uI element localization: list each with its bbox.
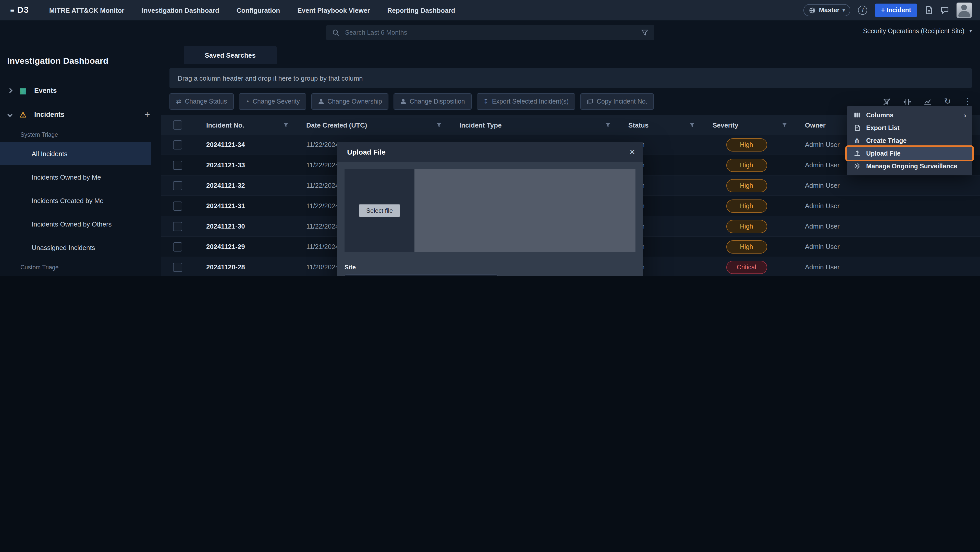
column-header-date-created-utc[interactable]: Date Created (UTC) — [294, 115, 447, 135]
modal-body: Select file Site Security Operations ▾ A… — [337, 162, 643, 276]
topnav-item-reporting-dashboard[interactable]: Reporting Dashboard — [387, 6, 455, 14]
column-header-incident-type[interactable]: Incident Type — [447, 115, 616, 135]
filter-icon[interactable] — [283, 122, 289, 128]
groupby-bar[interactable]: Drag a column header and drop it here to… — [169, 68, 972, 88]
new-incident-button[interactable]: + Incident — [875, 3, 917, 17]
columns-icon — [853, 112, 861, 118]
change-disposition-icon — [401, 99, 406, 104]
row-checkbox[interactable] — [173, 160, 182, 170]
row-checkbox[interactable] — [173, 140, 182, 149]
filter-icon[interactable] — [781, 122, 788, 128]
severity-badge: High — [726, 138, 767, 151]
severity-badge: High — [726, 199, 767, 213]
select-all-checkbox[interactable] — [173, 121, 182, 130]
sidebar-item-custom-triage-john[interactable]: custom_triage_john ⋯ — [0, 274, 161, 276]
sidebar-item-incidents[interactable]: ⚠ Incidents + — [0, 103, 161, 127]
column-header-severity[interactable]: Severity — [700, 115, 793, 135]
copy-icon — [587, 98, 593, 105]
cell-incident-no: 20241121-29 — [194, 243, 294, 251]
chevron-down-icon: ▾ — [843, 8, 845, 13]
top-navigation: ≡D3 MITRE ATT&CK MonitorInvestigation Da… — [0, 0, 980, 21]
topnav-item-configuration[interactable]: Configuration — [237, 6, 280, 14]
cell-owner: Admin User — [793, 202, 980, 210]
clear-filter-icon[interactable] — [883, 98, 891, 105]
column-header-status[interactable]: Status — [616, 115, 700, 135]
filter-icon[interactable] — [436, 122, 442, 128]
row-checkbox[interactable] — [173, 222, 182, 231]
d3-logo[interactable]: ≡D3 — [10, 5, 29, 15]
sidebar-item-unassigned-incidents[interactable]: Unassigned Incidents — [0, 236, 161, 259]
more-options-icon[interactable]: ⋮ — [964, 97, 972, 106]
app-root: ≡D3 MITRE ATT&CK MonitorInvestigation Da… — [0, 0, 980, 276]
refresh-icon[interactable]: ↻ — [944, 97, 951, 106]
change-disposition-button[interactable]: Change Disposition — [394, 94, 472, 110]
topnav-item-mitre-att-ck-monitor[interactable]: MITRE ATT&CK Monitor — [49, 6, 124, 14]
filter-icon[interactable] — [689, 122, 695, 128]
person-icon — [958, 4, 971, 17]
column-header-incident-no[interactable]: Incident No. — [194, 115, 294, 135]
cell-incident-no: 20241121-31 — [194, 202, 294, 210]
topnav-item-event-playbook-viewer[interactable]: Event Playbook Viewer — [298, 6, 370, 14]
menu-item-manage-ongoing-surveillance[interactable]: Manage Ongoing Surveillance — [847, 160, 972, 173]
row-checkbox[interactable] — [173, 242, 182, 251]
cell-owner: Admin User — [793, 263, 980, 271]
avatar[interactable] — [956, 3, 972, 18]
file-drop-zone[interactable] — [414, 170, 635, 252]
change-ownership-button[interactable]: Change Ownership — [312, 94, 389, 110]
sidebar-item-incidents-owned-by-me[interactable]: Incidents Owned by Me — [0, 165, 161, 189]
sidebar: Investigation Dashboard ▦ Events ⚠ Incid… — [0, 45, 161, 276]
site-select[interactable]: Security Operations ▾ — [345, 274, 498, 276]
fit-columns-icon[interactable] — [903, 98, 911, 105]
upload-file-modal: Upload File × Select file Site Security … — [337, 142, 643, 276]
change-severity-button[interactable]: ◔Change Severity — [239, 94, 307, 110]
gear-icon — [853, 163, 861, 170]
sidebar-item-events[interactable]: ▦ Events — [0, 79, 161, 103]
tab-saved-searches[interactable]: Saved Searches — [184, 46, 277, 64]
menu-item-upload-file[interactable]: Upload File — [847, 147, 972, 160]
severity-badge: High — [726, 159, 767, 172]
row-checkbox[interactable] — [173, 262, 182, 272]
change-severity-icon: ◔ — [245, 98, 249, 105]
sidebar-item-incidents-owned-by-others[interactable]: Incidents Owned by Others — [0, 212, 161, 236]
recipient-site-selector[interactable]: Security Operations (Recipient Site) ▾ — [863, 27, 972, 35]
severity-badge: High — [726, 179, 767, 192]
severity-badge: Critical — [726, 260, 767, 274]
create-triage-icon: ⋔ — [853, 137, 861, 144]
custom-triage-label: Custom Triage — [0, 259, 161, 274]
chevron-down-icon — [7, 112, 13, 117]
cell-incident-no: 20241120-28 — [194, 263, 294, 271]
menu-item-export-list[interactable]: Export List — [847, 121, 972, 134]
sidebar-item-incidents-created-by-me[interactable]: Incidents Created by Me — [0, 189, 161, 212]
menu-item-columns[interactable]: Columns › — [847, 109, 972, 121]
menu-item-create-triage[interactable]: ⋔ Create Triage — [847, 134, 972, 147]
export-icon: ↧ — [484, 98, 488, 105]
chat-icon[interactable] — [941, 6, 949, 14]
export-selected-incident-s-button[interactable]: ↧Export Selected Incident(s) — [477, 94, 575, 110]
row-checkbox[interactable] — [173, 201, 182, 211]
close-icon[interactable]: × — [630, 148, 635, 157]
copy-incident-no-button[interactable]: Copy Incident No. — [580, 94, 654, 110]
change-status-button[interactable]: ⇄Change Status — [169, 94, 234, 110]
modal-title: Upload File — [347, 148, 630, 156]
chart-icon[interactable] — [924, 98, 931, 105]
filter-icon[interactable] — [605, 122, 611, 128]
add-triage-button[interactable]: + — [145, 109, 153, 120]
search-input[interactable] — [344, 29, 636, 37]
warning-icon: ⚠ — [18, 111, 27, 118]
change-status-icon: ⇄ — [176, 98, 181, 105]
page-title: Investigation Dashboard — [7, 56, 154, 66]
filter-icon[interactable] — [641, 29, 648, 36]
toolbar-buttons: ⇄Change Status ◔Change Severity Change O… — [169, 94, 654, 110]
select-file-button[interactable]: Select file — [359, 204, 400, 217]
topnav-item-investigation-dashboard[interactable]: Investigation Dashboard — [142, 6, 219, 14]
topnav-items: MITRE ATT&CK MonitorInvestigation Dashbo… — [49, 6, 455, 14]
document-icon[interactable] — [925, 6, 933, 14]
info-icon[interactable]: i — [858, 6, 867, 15]
sidebar-item-all-incidents[interactable]: All Incidents — [0, 142, 151, 165]
upload-icon — [853, 150, 861, 157]
globe-icon — [809, 7, 816, 14]
change-ownership-icon — [318, 99, 324, 104]
master-selector[interactable]: Master ▾ — [803, 4, 851, 16]
row-checkbox[interactable] — [173, 181, 182, 190]
cell-owner: Admin User — [793, 182, 980, 189]
